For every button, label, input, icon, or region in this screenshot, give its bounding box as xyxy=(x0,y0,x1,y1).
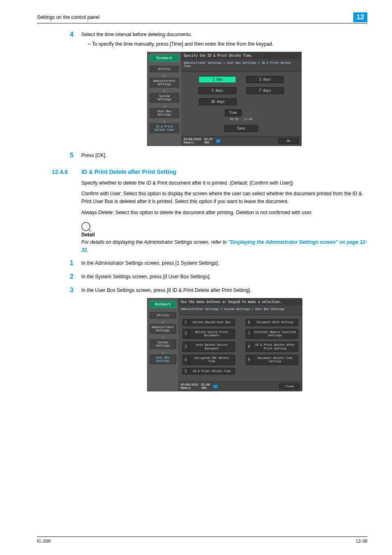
status-mem-value: 90% xyxy=(204,141,213,144)
paragraph: Confirm with User: Select this option to… xyxy=(81,190,367,205)
bookmark-button[interactable]: Bookmark xyxy=(150,55,179,62)
opt-1day[interactable]: 1 day xyxy=(198,76,236,83)
opt-3days[interactable]: 3 days xyxy=(198,87,236,94)
crumb-utility[interactable]: Utility xyxy=(150,312,176,319)
step-number: 3 xyxy=(70,287,81,294)
panel-breadcrumb: Administrator Settings > System Settings… xyxy=(178,305,302,315)
opt-30days[interactable]: 30 days xyxy=(199,98,237,105)
panel-title: Specify the ID & Print Delete Time. xyxy=(181,52,301,59)
chevron-down-icon: ↓ xyxy=(150,74,179,78)
menu-item-1[interactable]: 1Delete Unused User Box xyxy=(182,319,235,326)
menu-item-2[interactable]: 2Delete Secure Print Documents xyxy=(182,329,235,339)
chevron-down-icon: ↓ xyxy=(150,104,179,108)
menu-item-3[interactable]: 3Auto Delete Secure Document xyxy=(182,342,235,352)
step-text: Press [OK]. xyxy=(81,152,367,160)
step-4: 4 Select the time interval before deleti… xyxy=(81,31,367,48)
menu-item-7[interactable]: 7External Memory Function Settings xyxy=(246,329,298,339)
status-mem-label: Memory xyxy=(181,386,198,390)
status-mem-label: Memory xyxy=(184,141,201,144)
step-text: In the User Box Settings screen, press [… xyxy=(81,287,367,294)
screenshot-userbox-settings: Bookmark Utility ↓ Administrator Setting… xyxy=(147,298,302,391)
crumb-current[interactable]: User Box Settings xyxy=(150,354,176,364)
section-number: 12.4.6 xyxy=(52,169,81,175)
status-icon xyxy=(213,385,217,388)
menu-item-9[interactable]: 9Document Delete Time Setting xyxy=(246,355,298,365)
panel-title: Use the menu buttons or keypad to make a… xyxy=(178,298,302,305)
crumb-current[interactable]: ID & Print Delete Time xyxy=(150,123,179,133)
crumb-system[interactable]: System Settings xyxy=(150,93,179,103)
bookmark-button[interactable]: Bookmark xyxy=(150,301,176,308)
paragraph: Specify whether to delete the ID & Print… xyxy=(81,179,367,187)
save-button[interactable]: Save xyxy=(224,125,258,132)
step-text: Select the time interval before deleting… xyxy=(81,32,192,37)
status-time: 03:06 xyxy=(201,383,210,386)
crumb-admin[interactable]: Administrator Settings xyxy=(150,78,179,88)
menu-item-4[interactable]: 4Encrypted PDF Delete Time xyxy=(182,355,235,365)
step-text: In the Administrator Settings screen, pr… xyxy=(81,259,367,267)
page-header: Settings on the control panel 12 xyxy=(37,12,367,23)
section-heading: 12.4.6 ID & Print Delete after Print Set… xyxy=(52,169,367,175)
time-button[interactable]: Time xyxy=(225,109,242,116)
step-number: 2 xyxy=(70,273,81,281)
chevron-down-icon: ↓ xyxy=(150,351,176,354)
page-footer: IC-208 12-38 xyxy=(37,536,367,543)
step-text: In the System Settings screen, press [0 … xyxy=(81,273,367,281)
status-time: 03:07 xyxy=(204,138,213,141)
crumb-userbox[interactable]: User Box Settings xyxy=(150,108,179,118)
step-number: 5 xyxy=(70,152,81,160)
panel-breadcrumb: Administrator Settings > User Box Settin… xyxy=(181,59,301,72)
chevron-down-icon: ↓ xyxy=(150,335,176,339)
status-date: 03/09/2010 xyxy=(181,383,198,386)
footer-right: 12-38 xyxy=(356,539,367,543)
paragraph: Always Delete: Select this option to del… xyxy=(81,209,367,217)
footer-left: IC-208 xyxy=(37,539,51,543)
step-2: 2 In the System Settings screen, press [… xyxy=(81,273,367,281)
opt-7days[interactable]: 7 days xyxy=(246,87,284,94)
menu-item-8[interactable]: 8ID & Print Delete After Print Setting xyxy=(246,342,298,352)
close-button[interactable]: Close xyxy=(279,384,300,389)
crumb-system[interactable]: System Settings xyxy=(150,339,176,349)
magnifier-icon xyxy=(81,222,90,231)
section-title: ID & Print Delete after Print Setting xyxy=(81,169,176,175)
step-number: 1 xyxy=(70,259,81,267)
detail-text: For details on displaying the Administra… xyxy=(81,238,367,254)
chevron-down-icon: ↓ xyxy=(150,120,179,123)
chevron-down-icon: ↓ xyxy=(150,89,179,93)
header-breadcrumb: Settings on the control panel xyxy=(37,14,353,20)
time-range: 00:05 - 12:00 xyxy=(185,118,297,121)
step-1: 1 In the Administrator Settings screen, … xyxy=(81,259,367,267)
status-date: 03/09/2010 xyxy=(184,138,201,141)
step-number: 4 xyxy=(70,31,81,48)
chapter-badge: 12 xyxy=(353,12,367,22)
crumb-admin[interactable]: Administrator Settings xyxy=(150,324,176,334)
crumb-utility[interactable]: Utility xyxy=(150,66,179,72)
screenshot-delete-time: Bookmark Utility ↓ Administrator Setting… xyxy=(147,52,302,146)
menu-item-6[interactable]: 6Document Hold Setting xyxy=(246,319,298,326)
time-value: -- : -- xyxy=(244,111,258,115)
step-3: 3 In the User Box Settings screen, press… xyxy=(81,287,367,294)
chevron-down-icon: ↓ xyxy=(150,320,176,324)
opt-2days[interactable]: 2 days xyxy=(246,76,284,83)
status-icon xyxy=(216,139,220,143)
status-mem-value: 90% xyxy=(201,386,210,390)
detail-label: Detail xyxy=(81,232,367,238)
ok-button[interactable]: OK xyxy=(278,138,299,144)
step-5: 5 Press [OK]. xyxy=(81,152,367,160)
menu-item-5[interactable]: 5ID & Print Delete Time xyxy=(182,368,235,375)
step-sub: – To specify the time manually, press [T… xyxy=(88,40,367,48)
